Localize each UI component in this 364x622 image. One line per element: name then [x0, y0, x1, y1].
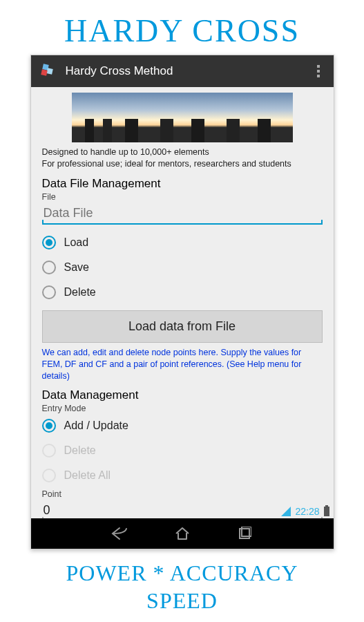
radio-icon	[42, 444, 56, 458]
app-title: Hardy Cross Method	[66, 64, 310, 78]
load-data-button[interactable]: Load data from File	[42, 310, 323, 343]
banner-image	[72, 93, 293, 142]
radio-icon	[42, 261, 56, 274]
svg-rect-1	[46, 68, 52, 74]
action-bar: Hardy Cross Method	[31, 55, 334, 87]
recent-apps-button[interactable]	[234, 523, 255, 544]
point-input[interactable]	[42, 499, 323, 518]
status-time: 22:28	[295, 506, 319, 517]
radio-delete[interactable]: Delete	[42, 280, 323, 305]
phone-frame: Hardy Cross Method Designed to handle up…	[30, 55, 334, 549]
radio-label: Delete All	[64, 469, 111, 482]
content-area: Designed to handle up to 10,000+ element…	[31, 87, 334, 518]
point-label: Point	[42, 489, 323, 499]
file-input-wrap	[42, 202, 323, 225]
overflow-menu-icon[interactable]	[310, 65, 327, 77]
radio-label: Delete	[64, 444, 96, 457]
data-mgmt-heading: Data Management	[42, 388, 323, 402]
hint-text: We can add, edit and delete node points …	[42, 347, 323, 382]
radio-label: Delete	[64, 286, 96, 299]
promo-title-bottom: POWER * ACCURACY SPEED	[0, 549, 364, 614]
radio-label: Save	[64, 261, 89, 274]
radio-icon	[42, 469, 56, 482]
file-mgmt-heading: Data File Management	[42, 177, 323, 191]
file-input[interactable]	[42, 202, 323, 225]
status-bar: 22:28	[281, 506, 329, 517]
radio-save[interactable]: Save	[42, 255, 323, 280]
app-icon	[38, 61, 59, 82]
point-input-wrap	[42, 499, 323, 518]
radio-icon	[42, 285, 56, 299]
promo-title-top: HARDY CROSS	[0, 0, 364, 55]
radio-label: Load	[64, 236, 89, 249]
radio-load[interactable]: Load	[42, 230, 323, 255]
home-button[interactable]	[172, 523, 193, 544]
radio-delete-entry[interactable]: Delete	[42, 438, 323, 463]
radio-icon	[42, 236, 56, 249]
signal-icon	[281, 507, 291, 516]
back-button[interactable]	[110, 523, 131, 544]
entry-mode-label: Entry Mode	[42, 404, 323, 413]
file-field-label: File	[42, 192, 323, 202]
svg-rect-2	[41, 69, 47, 75]
radio-icon	[42, 419, 56, 433]
battery-icon	[324, 507, 329, 516]
description-text: Designed to handle up to 10,000+ element…	[42, 147, 323, 170]
navigation-bar	[31, 518, 334, 549]
radio-label: Add / Update	[64, 420, 128, 432]
svg-marker-3	[281, 507, 291, 516]
radio-delete-all[interactable]: Delete All	[42, 463, 323, 488]
radio-add-update[interactable]: Add / Update	[42, 413, 323, 438]
